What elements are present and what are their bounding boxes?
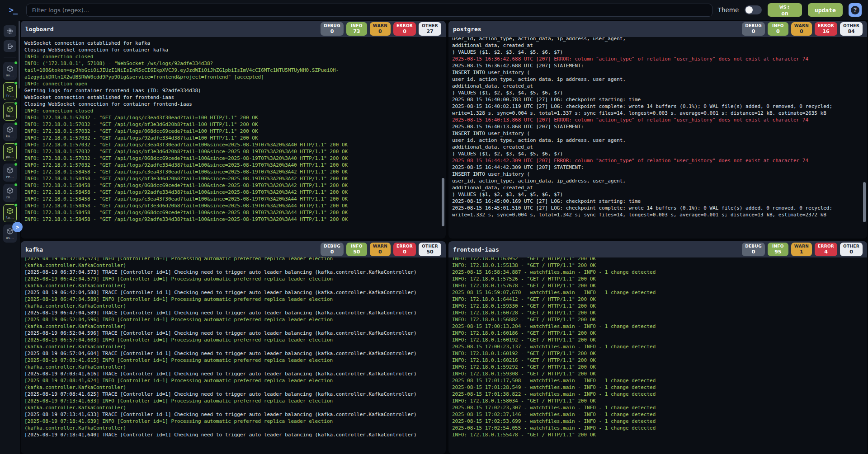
sidebar-items: au.. fr.. ka.. <box>3 62 17 245</box>
cube-icon <box>6 167 14 174</box>
badge-count: 0 <box>752 249 755 254</box>
log-line: [2025-08-19 06:52:04,596] TRACE [Control… <box>24 330 446 337</box>
badge-count: 84 <box>848 29 854 34</box>
gear-icon <box>6 28 14 35</box>
badge-debug[interactable]: DEBUG 0 <box>742 22 765 36</box>
log-line: INSERT INTO user_history ( <box>452 171 867 178</box>
log-line: 2025-08-15 17:01:17,508 - watchfiles.mai… <box>452 377 867 384</box>
level-badges: DEBUG 0 INFO 0 WARN 0 ERROR 16 OTHER 84 <box>742 22 863 36</box>
panel-title: logboard <box>25 26 54 33</box>
badge-info[interactable]: INFO 0 <box>768 22 788 36</box>
sidebar-item-label: fr.. <box>6 94 14 98</box>
log-line: INFO: 172.18.0.1:58458 - "GET /api/logs/… <box>24 182 446 189</box>
log-line: user_id, action_type, action_data, ip_ad… <box>452 76 867 83</box>
log-line: (kafka.controller.KafkaController) <box>24 364 446 370</box>
sidebar-item-lo[interactable]: lo.. <box>3 204 17 222</box>
badge-info[interactable]: INFO 73 <box>346 22 367 36</box>
sidebar-item-re[interactable]: re.. <box>3 164 17 182</box>
sidebar-item-au[interactable]: au.. <box>3 62 17 80</box>
log-line: INFO: 172.18.0.1:58458 - "GET /api/logs/… <box>24 216 446 223</box>
log-line: INFO: 172.18.0.1:57032 - "GET /api/logs/… <box>24 135 446 141</box>
badge-label: INFO <box>351 244 363 248</box>
log-output[interactable]: INFO: 172.18.0.1:63952 - "GET / HTTP/1.1… <box>448 257 867 454</box>
sidebar-item-po[interactable]: po.. <box>3 143 17 161</box>
logout-icon <box>7 43 14 50</box>
log-line: WebSocket connection established for fro… <box>24 94 446 101</box>
log-line: INFO: 172.18.0.1:58034 - "GET / HTTP/1.1… <box>452 398 867 404</box>
badge-info[interactable]: INFO 95 <box>768 243 788 256</box>
log-line: 2025-08-15 16:44:42.309 UTC [207] STATEM… <box>452 164 867 171</box>
badge-warn[interactable]: WARN 0 <box>791 22 812 36</box>
sidebar-item-label: ka.. <box>6 134 14 138</box>
badge-other[interactable]: OTHER 27 <box>419 22 441 36</box>
badge-debug[interactable]: DEBUG 0 <box>321 243 344 256</box>
log-line: 2025-08-15 17:02:53,699 - watchfiles.mai… <box>452 418 867 425</box>
logout-button[interactable] <box>4 40 16 52</box>
log-line: INFO: 172.18.0.1:58458 - "GET /api/logs/… <box>24 209 446 216</box>
sidebar-scrollbar-thumb[interactable] <box>19 21 20 89</box>
badge-warn[interactable]: WARN 0 <box>370 22 391 36</box>
badge-label: WARN <box>794 244 809 248</box>
log-line: INFO: 172.18.0.1:57678 - "GET / HTTP/1.1… <box>452 282 867 289</box>
log-line: (kafka.controller.KafkaController) <box>24 303 446 309</box>
update-button[interactable]: update <box>808 3 843 17</box>
log-line: [2025-08-19 06:42:04,580] TRACE [Control… <box>24 289 446 296</box>
badge-other[interactable]: OTHER 0 <box>840 243 863 256</box>
sidebar-expand-button[interactable]: > <box>12 222 23 232</box>
log-output[interactable]: user_id, action_type, action_data, ip_ad… <box>448 37 867 239</box>
badge-count: 50 <box>353 249 360 254</box>
badge-other[interactable]: OTHER 84 <box>840 22 863 36</box>
status-dot <box>14 61 18 65</box>
log-line: INSERT INTO user_history ( <box>452 69 867 76</box>
badge-count: 0 <box>776 29 780 34</box>
theme-toggle[interactable] <box>745 5 762 14</box>
log-line: (kafka.controller.KafkaController) <box>24 262 446 269</box>
badge-count: 0 <box>849 249 853 254</box>
log-line: INFO: connection closed <box>24 53 446 60</box>
log-line: INFO: 172.18.0.1:59330 - "GET / HTTP/1.1… <box>452 303 867 309</box>
sidebar-item-fr[interactable]: fr.. <box>3 82 17 100</box>
log-line: [2025-08-19 06:37:04,573] TRACE [Control… <box>24 269 446 276</box>
settings-button[interactable] <box>4 25 16 37</box>
badge-error[interactable]: ERROR 16 <box>815 22 837 36</box>
badge-label: DEBUG <box>745 244 762 248</box>
log-output[interactable]: WebSocket connection established for kaf… <box>21 37 446 239</box>
status-dot <box>14 81 18 85</box>
terminal-icon: >_ <box>5 5 21 14</box>
filter-input[interactable] <box>26 4 712 17</box>
badge-error[interactable]: ERROR 0 <box>393 22 416 36</box>
scrollbar-thumb[interactable] <box>442 178 444 226</box>
badge-error[interactable]: ERROR 4 <box>815 243 837 256</box>
sidebar-item-ka[interactable]: ka.. <box>3 123 17 141</box>
badge-warn[interactable]: WARN 1 <box>791 243 812 256</box>
log-line: additional_data, created_at <box>452 184 867 191</box>
sidebar-item-label: au.. <box>6 73 14 77</box>
badge-warn[interactable]: WARN 0 <box>370 243 391 256</box>
sidebar-item-ka[interactable]: ka.. <box>3 103 17 121</box>
log-line: user_id, action_type, action_data, ip_ad… <box>452 137 867 144</box>
log-line: INFO: 172.18.0.1:64412 - "GET / HTTP/1.1… <box>452 296 867 303</box>
log-line: 2025-08-15 17:02:54,055 - watchfiles.mai… <box>452 425 867 431</box>
help-button[interactable]: ? <box>849 3 862 17</box>
badge-other[interactable]: OTHER 50 <box>419 243 441 256</box>
badge-error[interactable]: ERROR 0 <box>393 243 416 256</box>
badge-count: 0 <box>403 29 406 34</box>
ws-toggle-button[interactable]: ws: on <box>768 3 802 17</box>
log-line: INFO: 172.18.0.1:60216 - "GET / HTTP/1.1… <box>452 357 867 364</box>
log-line: Closing WebSocket connection for contain… <box>24 47 446 53</box>
log-line: (kafka.controller.KafkaController) <box>24 384 446 391</box>
cube-icon <box>6 207 14 215</box>
log-lines: [2025-08-19 06:37:04,573] INFO [Controll… <box>24 257 446 438</box>
log-line: 2025-08-15 17:00:23,137 - watchfiles.mai… <box>452 343 867 350</box>
badge-debug[interactable]: DEBUG 0 <box>321 22 344 36</box>
sidebar-item-zo[interactable]: zo.. <box>3 184 17 202</box>
log-line: INFO: 172.18.0.1:57526 - "GET / HTTP/1.1… <box>452 276 867 282</box>
badge-debug[interactable]: DEBUG 0 <box>742 243 765 256</box>
log-output[interactable]: [2025-08-19 06:37:04,573] INFO [Controll… <box>21 257 446 454</box>
log-line: 2025-08-15 16:40:02.119 UTC [27] LOG: ch… <box>452 103 867 110</box>
log-line: [2025-08-19 07:18:41,640] TRACE [Control… <box>24 431 446 438</box>
log-line: [2025-08-19 07:13:41,633] TRACE [Control… <box>24 411 446 418</box>
scrollbar-thumb[interactable] <box>863 182 866 222</box>
badge-info[interactable]: INFO 50 <box>346 243 367 256</box>
log-line: user_id, action_type, action_data, ip_ad… <box>452 37 867 42</box>
